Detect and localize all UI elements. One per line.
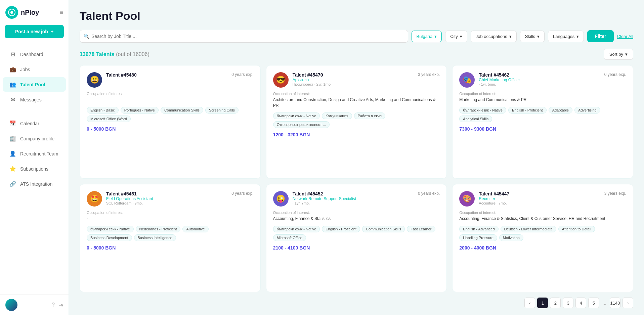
occupation-value: Marketing and Communications & PR xyxy=(459,97,626,103)
page-2-button[interactable]: 2 xyxy=(550,298,561,308)
sidebar-item-label: Talent Pool xyxy=(20,82,45,87)
search-input[interactable] xyxy=(80,30,408,43)
svg-point-1 xyxy=(10,11,13,14)
page-3-button[interactable]: 3 xyxy=(563,298,573,308)
results-count: 13678 Talents xyxy=(80,51,115,57)
sidebar-bottom: ? ⇥ xyxy=(0,295,69,315)
talent-card[interactable]: 🤩 Talent #45461 Field Operations Assista… xyxy=(80,184,261,292)
sidebar-item-ats-integration[interactable]: 🔗 ATS Integration xyxy=(3,177,66,191)
card-info: Talent #45461 Field Operations Assistant… xyxy=(106,191,227,205)
sidebar-item-talent-pool[interactable]: 👥 Talent Pool xyxy=(3,77,66,92)
sidebar-item-label: Messages xyxy=(20,97,42,102)
sidebar-item-company-profile[interactable]: 🏢 Company profile xyxy=(3,131,66,146)
page-1-button[interactable]: 1 xyxy=(537,298,548,308)
chevron-down-icon: ▾ xyxy=(509,34,512,39)
salary-range: 0 - 5000 BGN xyxy=(87,245,254,251)
sidebar-item-messages[interactable]: ✉ Messages xyxy=(3,92,66,107)
talent-role: Chief Marketing Officer xyxy=(479,78,600,82)
tags-container: български език - NativeEnglish - Profici… xyxy=(459,107,626,122)
filter-apply-label: Filter xyxy=(595,34,606,39)
jobs-icon: 💼 xyxy=(9,66,16,73)
occupation-label: Occupation of interest: xyxy=(273,92,440,96)
skills-filter-button[interactable]: Skills ▾ xyxy=(520,31,545,42)
city-filter-label: City xyxy=(450,34,458,39)
occupation-label: Occupation of interest: xyxy=(459,211,626,215)
results-header: 13678 Talents (out of 16006) Sort by ▾ xyxy=(80,49,633,60)
talent-company: Accenture · 7mo. xyxy=(479,201,600,205)
experience-badge: 0 years exp. xyxy=(231,72,253,77)
skill-tag: Комуникация xyxy=(322,113,352,119)
next-page-button[interactable]: › xyxy=(622,298,633,308)
skill-tag: български език - Native xyxy=(273,226,320,232)
sidebar-item-jobs[interactable]: 💼 Jobs xyxy=(3,62,66,77)
skill-tag: Handling Pressure xyxy=(459,234,497,241)
sidebar-item-label: ATS Integration xyxy=(20,181,52,187)
logout-icon[interactable]: ⇥ xyxy=(59,302,63,308)
talent-card[interactable]: 😀 Talent #45480 - 0 years exp. Occupatio… xyxy=(80,65,261,179)
sidebar-bottom-icons: ? ⇥ xyxy=(52,302,63,308)
chevron-down-icon: ▾ xyxy=(537,34,540,39)
experience-badge: 3 years exp. xyxy=(418,72,440,77)
page-ellipsis: ... xyxy=(601,300,608,306)
skills-filter-label: Skills xyxy=(525,34,535,39)
page-title: Talent Pool xyxy=(80,9,633,22)
post-job-button[interactable]: Post a new job + xyxy=(5,25,64,38)
avatar[interactable] xyxy=(5,299,17,311)
talent-role: Field Operations Assistant xyxy=(106,196,227,201)
occupation-label: Occupation of interest: xyxy=(87,92,254,96)
card-info: Talent #45480 - xyxy=(106,72,227,82)
ats-icon: 🔗 xyxy=(9,181,16,187)
talent-company: Промпроект · 2yr. 1mo. xyxy=(293,82,414,86)
languages-filter-button[interactable]: Languages ▾ xyxy=(548,31,584,42)
logo-icon xyxy=(5,6,18,19)
help-icon[interactable]: ? xyxy=(52,302,55,308)
occupation-label: Occupation of interest: xyxy=(459,92,626,96)
clear-all-button[interactable]: Clear All xyxy=(617,34,633,39)
occupation-value: - xyxy=(87,216,254,222)
skill-tag: Microsoft Office xyxy=(273,234,306,241)
skill-tag: български език - Native xyxy=(459,107,506,114)
card-header: 😜 Talent #45452 Network Remote Support S… xyxy=(273,191,440,207)
talent-name: Talent #45462 xyxy=(479,72,600,78)
avatar: 🎨 xyxy=(459,191,475,207)
filter-apply-button[interactable]: Filter xyxy=(587,30,613,42)
card-info: Talent #45452 Network Remote Support Spe… xyxy=(293,191,414,205)
sidebar-item-label: Jobs xyxy=(20,67,30,72)
page-last-button[interactable]: 1140 xyxy=(610,298,620,308)
sidebar-item-dashboard[interactable]: ⊞ Dashboard xyxy=(3,47,66,61)
city-filter-button[interactable]: City ▾ xyxy=(445,31,467,42)
card-header: 🤩 Talent #45461 Field Operations Assista… xyxy=(87,191,254,207)
chevron-down-icon: ▾ xyxy=(625,52,628,57)
occupation-value: Accounting, Finance & Statistics xyxy=(273,216,440,222)
talent-company: SCL Rotterdam · 9mo. xyxy=(106,201,227,205)
clear-all-label: Clear All xyxy=(617,34,633,39)
prev-page-button[interactable]: ‹ xyxy=(524,298,535,308)
skill-tag: English - Proficient xyxy=(508,107,547,114)
languages-filter-label: Languages xyxy=(553,34,574,39)
country-filter-button[interactable]: Bulgaria ▾ xyxy=(412,31,442,42)
talent-card[interactable]: 😎 Talent #45470 Архитект Промпроект · 2y… xyxy=(266,65,447,179)
occupation-value: Accounting, Finance & Statistics, Client… xyxy=(459,216,626,222)
skill-tag: Analytical Skills xyxy=(459,116,492,122)
collapse-button[interactable]: ≡ xyxy=(59,9,63,16)
skill-tag: English - Advanced xyxy=(459,226,498,232)
sidebar-item-subscriptions[interactable]: ⭐ Subscriptions xyxy=(3,162,66,176)
skill-tag: български език - Native xyxy=(87,226,134,232)
page-4-button[interactable]: 4 xyxy=(575,298,586,308)
salary-range: 1200 - 3200 BGN xyxy=(273,132,440,137)
pagination: ‹ 1 2 3 4 5 ... 1140 › xyxy=(80,292,633,310)
messages-icon: ✉ xyxy=(9,96,16,103)
sidebar-item-recruitment-team[interactable]: 👤 Recruitment Team xyxy=(3,146,66,161)
sidebar-item-calendar[interactable]: 📅 Calendar xyxy=(3,116,66,131)
talent-card[interactable]: 🎨 Talent #45447 Recruiter Accenture · 7m… xyxy=(452,184,633,292)
sidebar-item-label: Dashboard xyxy=(20,52,43,57)
talent-card[interactable]: 🎭 Talent #45462 Chief Marketing Officer … xyxy=(452,65,633,179)
sort-button[interactable]: Sort by ▾ xyxy=(604,49,633,60)
skill-tag: Attention to Detail xyxy=(558,226,595,232)
occupations-filter-button[interactable]: Job occupations ▾ xyxy=(471,31,517,42)
occupation-value: - xyxy=(87,97,254,103)
page-5-button[interactable]: 5 xyxy=(588,298,599,308)
talent-card[interactable]: 😜 Talent #45452 Network Remote Support S… xyxy=(266,184,447,292)
skill-tag: Advertising xyxy=(574,107,600,114)
tags-container: English - BasicPortuguês - NativeCommuni… xyxy=(87,107,254,122)
